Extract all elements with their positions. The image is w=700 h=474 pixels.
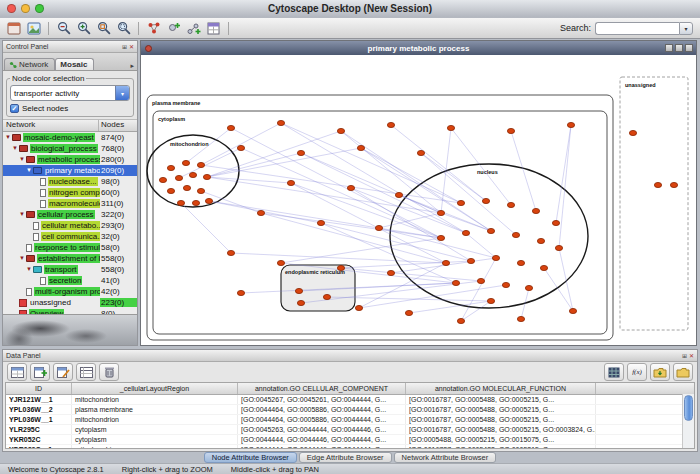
edit-attribute-icon[interactable] bbox=[53, 363, 73, 381]
scrollbar-thumb[interactable] bbox=[684, 395, 693, 421]
graph-edge[interactable] bbox=[556, 125, 571, 223]
table-row[interactable]: YPL036W__1mitochondrion[GO:0044464, GO:0… bbox=[6, 415, 694, 425]
graph-node[interactable] bbox=[375, 225, 382, 230]
graph-node[interactable] bbox=[482, 198, 489, 203]
graph-node[interactable] bbox=[487, 228, 494, 233]
graph-edge[interactable] bbox=[207, 148, 361, 177]
tree-row[interactable]: response to stimul...58(0) bbox=[3, 242, 137, 253]
graph-edge[interactable] bbox=[559, 248, 573, 311]
window-titlebar[interactable]: Cytoscape Desktop (New Session) bbox=[0, 0, 700, 19]
graph-edge[interactable] bbox=[207, 131, 341, 177]
float-panel-icon[interactable]: ⊞ bbox=[122, 43, 127, 50]
graph-node[interactable] bbox=[183, 185, 190, 190]
float-panel-icon[interactable]: ⊞ bbox=[682, 352, 687, 359]
graph-edge[interactable] bbox=[391, 125, 486, 201]
graph-node[interactable] bbox=[197, 162, 204, 167]
zoom-out-icon[interactable] bbox=[54, 20, 73, 37]
tree-row[interactable]: ▼primary metabo...209(0) bbox=[3, 165, 137, 176]
graph-node[interactable] bbox=[357, 145, 364, 150]
graph-node[interactable] bbox=[487, 298, 494, 303]
zoom-selected-icon[interactable] bbox=[94, 20, 113, 37]
graph-node[interactable] bbox=[167, 188, 174, 193]
graph-node[interactable] bbox=[337, 265, 344, 270]
tab-overflow-arrow-icon[interactable]: ▸ bbox=[128, 62, 136, 70]
close-panel-icon[interactable]: ✕ bbox=[129, 43, 134, 50]
graph-node[interactable] bbox=[395, 192, 402, 197]
graph-edge[interactable] bbox=[361, 148, 461, 203]
expand-arrow-icon[interactable]: ▼ bbox=[5, 132, 12, 143]
tab-network-attribute-browser[interactable]: Network Attribute Browser bbox=[394, 452, 497, 463]
column-header[interactable]: ID bbox=[6, 383, 72, 394]
tab-node-attribute-browser[interactable]: Node Attribute Browser bbox=[204, 452, 297, 463]
graph-node[interactable] bbox=[323, 294, 330, 299]
graph-edge[interactable] bbox=[441, 213, 491, 231]
graph-node[interactable] bbox=[442, 260, 449, 265]
list-attributes-icon[interactable] bbox=[76, 363, 96, 381]
graph-node[interactable] bbox=[512, 232, 519, 237]
graph-node[interactable] bbox=[277, 260, 284, 265]
data-panel-header[interactable]: Data Panel ⊞ ✕ bbox=[3, 350, 697, 362]
graph-node[interactable] bbox=[540, 265, 547, 270]
tree-row[interactable]: cell communica...32(0) bbox=[3, 231, 137, 242]
graph-node[interactable] bbox=[552, 220, 559, 225]
tree-row[interactable]: ▼transport558(0) bbox=[3, 264, 137, 275]
graph-node[interactable] bbox=[462, 230, 469, 235]
expand-arrow-icon[interactable]: ▼ bbox=[19, 154, 26, 165]
control-panel-header[interactable]: Control Panel ⊞ ✕ bbox=[3, 41, 137, 53]
graph-node[interactable] bbox=[297, 150, 304, 155]
graph-edge[interactable] bbox=[181, 203, 231, 253]
add-edge-icon[interactable] bbox=[184, 20, 203, 37]
graph-node[interactable] bbox=[295, 288, 302, 293]
graph-node[interactable] bbox=[452, 280, 459, 285]
graph-edge[interactable] bbox=[291, 183, 441, 238]
tree-column-network[interactable]: Network bbox=[3, 120, 99, 131]
graph-edge[interactable] bbox=[461, 301, 491, 321]
tree-row[interactable]: ▼establishment of lo...558(0) bbox=[3, 253, 137, 264]
graph-node[interactable] bbox=[629, 130, 636, 135]
graph-node[interactable] bbox=[457, 200, 464, 205]
table-row[interactable]: YKR052Ccytoplasm[GO:0044444, GO:0044446,… bbox=[6, 435, 694, 445]
graph-node[interactable] bbox=[492, 255, 499, 260]
graph-node[interactable] bbox=[417, 150, 424, 155]
graph-node[interactable] bbox=[203, 174, 210, 179]
graph-node[interactable] bbox=[537, 238, 544, 243]
graph-node[interactable] bbox=[317, 220, 324, 225]
tree-row[interactable]: macromolecule...311(0) bbox=[3, 198, 137, 209]
graph-node[interactable] bbox=[227, 125, 234, 130]
graph-node[interactable] bbox=[467, 258, 474, 263]
tree-row[interactable]: multi-organism pro...42(0) bbox=[3, 286, 137, 297]
network-canvas[interactable]: plasma membranecytoplasmmitochondrionnuc… bbox=[141, 55, 696, 345]
graph-node[interactable] bbox=[197, 188, 204, 193]
graph-node[interactable] bbox=[237, 290, 244, 295]
graph-edge[interactable] bbox=[399, 195, 441, 213]
graph-edge[interactable] bbox=[341, 131, 441, 213]
graph-node[interactable] bbox=[517, 260, 524, 265]
graph-node[interactable] bbox=[502, 282, 509, 287]
graph-node[interactable] bbox=[237, 145, 244, 150]
delete-attribute-icon[interactable] bbox=[99, 363, 119, 381]
graph-node[interactable] bbox=[654, 182, 661, 187]
select-nodes-checkbox[interactable]: ✓ Select nodes bbox=[10, 104, 130, 113]
graph-node[interactable] bbox=[525, 285, 532, 290]
expand-arrow-icon[interactable]: ▼ bbox=[19, 253, 26, 264]
graph-node[interactable] bbox=[569, 308, 576, 313]
attribute-matrix-icon[interactable] bbox=[604, 363, 624, 381]
graph-edge[interactable] bbox=[321, 223, 471, 261]
zoom-fit-content-icon[interactable] bbox=[114, 20, 133, 37]
graph-node[interactable] bbox=[337, 128, 344, 133]
graph-node[interactable] bbox=[477, 278, 484, 283]
graph-node[interactable] bbox=[517, 316, 524, 321]
network-overview-thumbnail[interactable] bbox=[3, 314, 137, 345]
graph-edge[interactable] bbox=[461, 258, 496, 321]
graph-node[interactable] bbox=[182, 160, 189, 165]
function-builder-icon[interactable]: f(x) bbox=[627, 363, 647, 381]
graph-node[interactable] bbox=[167, 165, 174, 170]
graph-node[interactable] bbox=[670, 182, 677, 187]
search-input[interactable] bbox=[595, 22, 679, 35]
graph-node[interactable] bbox=[205, 198, 212, 203]
graph-node[interactable] bbox=[387, 122, 394, 127]
graph-node[interactable] bbox=[437, 210, 444, 215]
graph-node[interactable] bbox=[175, 175, 182, 180]
graph-edge[interactable] bbox=[207, 177, 291, 183]
tree-column-nodes[interactable]: Nodes bbox=[99, 120, 137, 131]
